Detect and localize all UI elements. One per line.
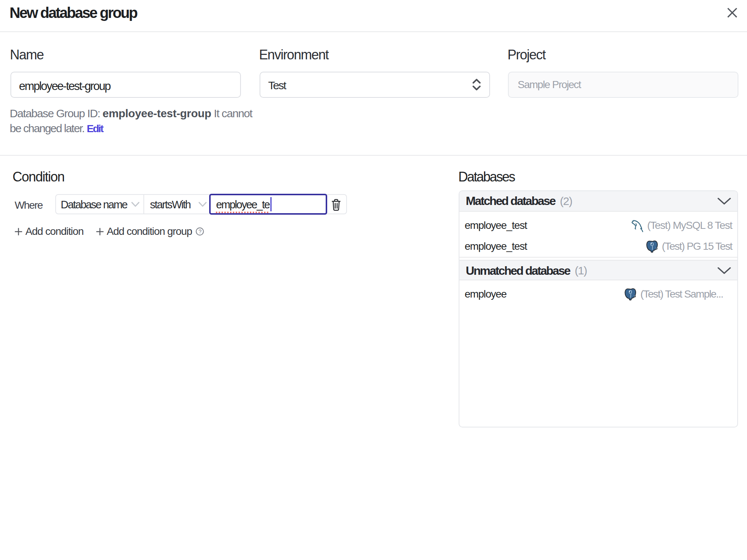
svg-text:?: ? xyxy=(199,228,202,234)
